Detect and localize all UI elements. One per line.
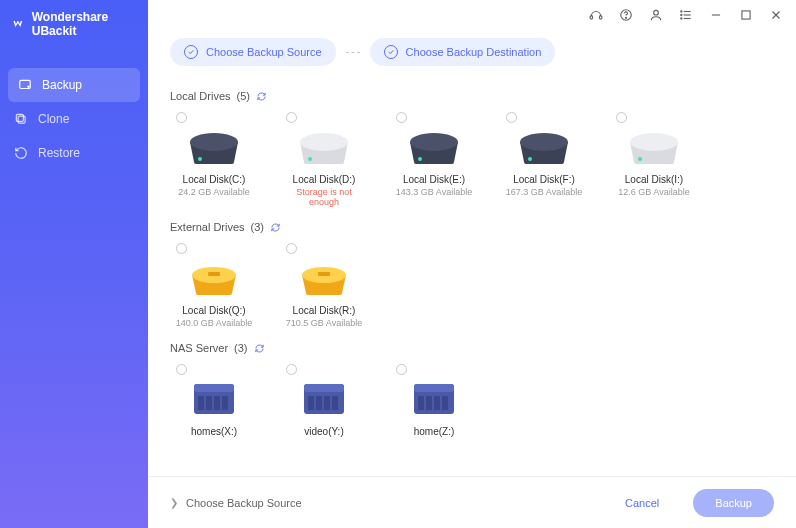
drive-card[interactable]: Local Disk(E:) 143.3 GB Available: [390, 112, 478, 207]
svg-point-8: [654, 10, 659, 15]
drive-name: Local Disk(C:): [183, 174, 246, 185]
section-count: (3): [251, 221, 264, 233]
drive-icon: [186, 374, 242, 418]
drive-card[interactable]: Local Disk(I:) 12.6 GB Available: [610, 112, 698, 207]
check-circle-icon: [384, 45, 398, 59]
maximize-button[interactable]: [734, 3, 758, 27]
logo: Wondershare UBackit: [0, 0, 148, 48]
wizard-steps: Choose Backup Source Choose Backup Desti…: [148, 30, 796, 72]
local-drives-grid: Local Disk(C:) 24.2 GB Available Local D…: [170, 112, 774, 207]
help-icon[interactable]: [614, 3, 638, 27]
svg-rect-41: [308, 396, 314, 410]
nav-item-restore[interactable]: Restore: [0, 136, 148, 170]
drive-name: Local Disk(R:): [293, 305, 356, 316]
minimize-button[interactable]: [704, 3, 728, 27]
drive-card[interactable]: home(Z:): [390, 364, 478, 437]
close-button[interactable]: [764, 3, 788, 27]
nav-item-backup[interactable]: Backup: [8, 68, 140, 102]
drive-card[interactable]: Local Disk(F:) 167.3 GB Available: [500, 112, 588, 207]
drive-icon: [516, 122, 572, 166]
svg-point-26: [528, 157, 532, 161]
svg-rect-2: [18, 116, 25, 123]
radio[interactable]: [396, 364, 407, 375]
section-header-local: Local Drives (5): [170, 90, 774, 102]
svg-point-22: [308, 157, 312, 161]
nav: Backup Clone Restore: [0, 68, 148, 170]
drive-icon: [296, 253, 352, 297]
svg-rect-5: [600, 16, 602, 19]
svg-point-21: [300, 133, 348, 151]
svg-rect-38: [222, 396, 228, 410]
drive-name: Local Disk(I:): [625, 174, 683, 185]
external-drives-grid: Local Disk(Q:) 140.0 GB Available Local …: [170, 243, 774, 328]
step-label: Choose Backup Destination: [406, 46, 542, 58]
drive-card[interactable]: homes(X:): [170, 364, 258, 437]
cancel-button[interactable]: Cancel: [603, 489, 681, 517]
svg-rect-3: [16, 114, 23, 121]
drive-card[interactable]: Local Disk(R:) 710.5 GB Available: [280, 243, 368, 328]
nav-item-clone[interactable]: Clone: [0, 102, 148, 136]
drive-card[interactable]: Local Disk(C:) 24.2 GB Available: [170, 112, 258, 207]
svg-rect-30: [208, 272, 220, 276]
drive-name: Local Disk(D:): [293, 174, 356, 185]
drive-icon: [406, 374, 462, 418]
step-destination[interactable]: Choose Backup Destination: [370, 38, 556, 66]
chevron-right-icon: ❯: [170, 497, 178, 508]
drive-name: homes(X:): [191, 426, 237, 437]
drive-sub: 24.2 GB Available: [178, 187, 249, 197]
footer-hint: ❯ Choose Backup Source: [170, 497, 302, 509]
svg-rect-4: [590, 16, 592, 19]
section-title: Local Drives: [170, 90, 231, 102]
restore-icon: [14, 146, 28, 160]
svg-point-12: [681, 11, 682, 12]
radio[interactable]: [176, 364, 187, 375]
drive-sub: Storage is not enough: [280, 187, 368, 207]
svg-rect-47: [418, 396, 424, 410]
nav-label: Backup: [42, 78, 82, 92]
svg-rect-35: [198, 396, 204, 410]
drive-name: video(Y:): [304, 426, 343, 437]
radio[interactable]: [396, 112, 407, 123]
refresh-icon[interactable]: [256, 91, 267, 102]
section-header-external: External Drives (3): [170, 221, 774, 233]
svg-rect-40: [304, 384, 344, 392]
drive-name: Local Disk(E:): [403, 174, 465, 185]
step-connector: [346, 52, 360, 53]
footer-hint-text: Choose Backup Source: [186, 497, 302, 509]
menu-icon[interactable]: [674, 3, 698, 27]
backup-button[interactable]: Backup: [693, 489, 774, 517]
support-icon[interactable]: [584, 3, 608, 27]
radio[interactable]: [286, 243, 297, 254]
drive-sub: 12.6 GB Available: [618, 187, 689, 197]
radio[interactable]: [176, 243, 187, 254]
drive-icon: [626, 122, 682, 166]
section-count: (3): [234, 342, 247, 354]
refresh-icon[interactable]: [254, 343, 265, 354]
radio[interactable]: [286, 364, 297, 375]
radio[interactable]: [616, 112, 627, 123]
nav-label: Restore: [38, 146, 80, 160]
radio[interactable]: [176, 112, 187, 123]
check-circle-icon: [184, 45, 198, 59]
svg-rect-43: [324, 396, 330, 410]
disk-icon: [18, 78, 32, 92]
radio[interactable]: [506, 112, 517, 123]
drive-name: Local Disk(F:): [513, 174, 575, 185]
drive-card[interactable]: video(Y:): [280, 364, 368, 437]
sidebar: Wondershare UBackit Backup Clone Restore: [0, 0, 148, 528]
section-count: (5): [237, 90, 250, 102]
drive-icon: [296, 122, 352, 166]
drive-card[interactable]: Local Disk(Q:) 140.0 GB Available: [170, 243, 258, 328]
user-icon[interactable]: [644, 3, 668, 27]
titlebar: [148, 0, 796, 30]
svg-point-7: [626, 17, 627, 18]
svg-point-13: [681, 14, 682, 15]
radio[interactable]: [286, 112, 297, 123]
drive-card[interactable]: Local Disk(D:) Storage is not enough: [280, 112, 368, 207]
content: Local Drives (5) Local Disk(C:) 24.2 GB …: [148, 72, 796, 528]
refresh-icon[interactable]: [270, 222, 281, 233]
logo-icon: [12, 17, 24, 31]
step-source[interactable]: Choose Backup Source: [170, 38, 336, 66]
step-label: Choose Backup Source: [206, 46, 322, 58]
drive-icon: [186, 253, 242, 297]
